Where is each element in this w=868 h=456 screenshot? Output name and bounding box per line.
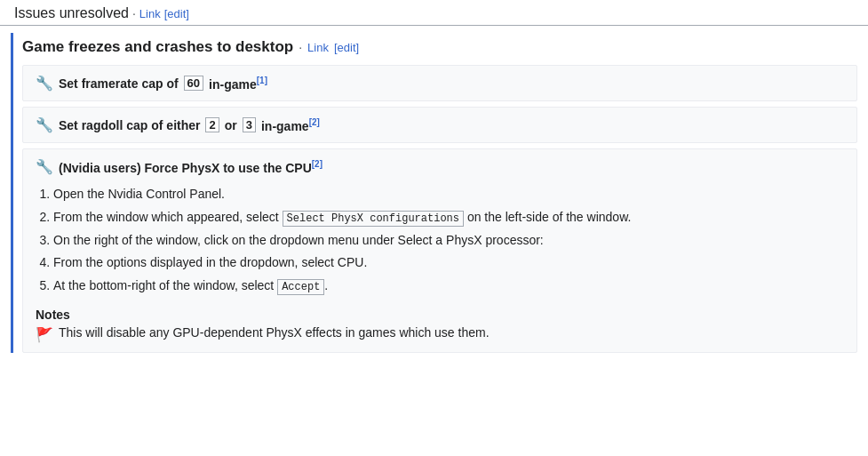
step-5: At the bottom-right of the window, selec…	[53, 276, 844, 297]
note-item: 🚩 This will disable any GPU-dependent Ph…	[36, 325, 844, 343]
note-text: This will disable any GPU-dependent Phys…	[59, 325, 490, 340]
fix1-sup: [1]	[257, 76, 267, 85]
fix1-text-after: in-game[1]	[209, 76, 267, 92]
fix2-badge1: 2	[205, 117, 219, 132]
wrench-icon-2: 🔧	[36, 116, 53, 133]
page-header: Issues unresolved · Link [edit]	[0, 0, 868, 26]
page-title: Issues unresolved	[14, 5, 129, 21]
step-1: Open the Nvidia Control Panel.	[53, 184, 844, 205]
physx-config-code: Select PhysX configurations	[283, 211, 464, 227]
fix3-steps: Open the Nvidia Control Panel. From the …	[53, 184, 844, 297]
header-edit[interactable]: [edit]	[164, 7, 189, 20]
step-2: From the window which appeared, select S…	[53, 207, 844, 228]
fix1-text-before: Set framerate cap of	[59, 76, 179, 91]
section-game-freezes: Game freezes and crashes to desktop · Li…	[11, 33, 857, 353]
note-flag-icon: 🚩	[36, 326, 53, 343]
header-link[interactable]: Link	[139, 7, 161, 20]
fix-title-3: 🔧 (Nvidia users) Force PhysX to use the …	[36, 158, 844, 175]
section-edit[interactable]: [edit]	[334, 41, 359, 54]
fix2-text-before: Set ragdoll cap of either	[59, 118, 200, 132]
fix2-text-after: in-game[2]	[261, 117, 320, 133]
fix-title-2: 🔧 Set ragdoll cap of either 2 or 3 in-ga…	[36, 116, 844, 133]
section-link[interactable]: Link	[307, 41, 329, 54]
accept-code: Accept	[277, 279, 324, 295]
fix1-badge: 60	[184, 76, 203, 91]
wrench-icon-3: 🔧	[36, 158, 53, 175]
wrench-icon-1: 🔧	[36, 75, 53, 92]
header-separator: ·	[132, 6, 136, 20]
fix-block-1: 🔧 Set framerate cap of 60 in-game[1]	[22, 65, 857, 101]
fix2-sup: [2]	[309, 117, 320, 127]
fix-title-1: 🔧 Set framerate cap of 60 in-game[1]	[36, 75, 844, 92]
fix2-text-middle: or	[225, 118, 237, 132]
step-3: On the right of the window, click on the…	[53, 230, 844, 252]
notes-section: Notes 🚩 This will disable any GPU-depend…	[36, 308, 844, 343]
fix-block-3: 🔧 (Nvidia users) Force PhysX to use the …	[22, 148, 857, 353]
section-title-text: Game freezes and crashes to desktop	[22, 38, 293, 56]
fix3-sup: [2]	[312, 159, 323, 169]
step-4: From the options displayed in the dropdo…	[53, 252, 844, 274]
section-separator: ·	[299, 40, 302, 54]
fix3-text: (Nvidia users) Force PhysX to use the CP…	[59, 159, 323, 175]
fix2-badge2: 3	[243, 117, 256, 132]
notes-title: Notes	[36, 308, 844, 322]
fix-block-2: 🔧 Set ragdoll cap of either 2 or 3 in-ga…	[22, 107, 857, 143]
section-title: Game freezes and crashes to desktop · Li…	[22, 33, 857, 60]
